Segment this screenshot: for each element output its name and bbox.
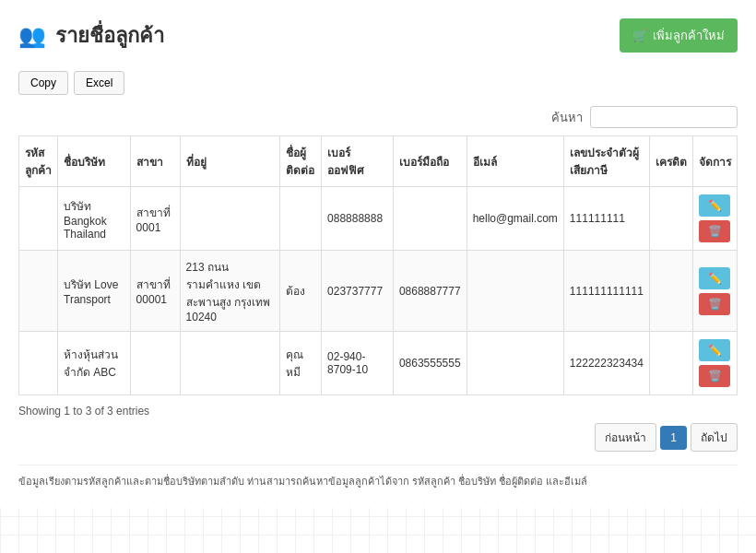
delete-button[interactable]: 🗑️ xyxy=(699,365,730,387)
col-mobile: เบอร์มือถือ xyxy=(393,136,467,187)
table-cell: บริษัท Bangkok Thailand xyxy=(58,187,131,251)
add-customer-button[interactable]: 🛒 เพิ่มลูกค้าใหม่ xyxy=(620,18,738,53)
excel-button[interactable]: Excel xyxy=(74,71,124,95)
table-cell: คุณหมี xyxy=(280,332,322,395)
table-cell: 213 ถนน รามคำแหง เขตสะพานสูง กรุงเทพ 102… xyxy=(180,251,280,332)
col-office-phone: เบอร์ออฟฟิศ xyxy=(322,136,394,187)
table-row: บริษัท Love Transportสาขาที่ 00001213 ถน… xyxy=(19,251,738,332)
table-cell: hello@gmail.com xyxy=(467,187,563,251)
table-cell: 023737777 xyxy=(322,251,394,332)
col-company: ชื่อบริษัท xyxy=(58,136,131,187)
table-cell xyxy=(180,187,280,251)
col-address: ที่อยู่ xyxy=(180,136,280,187)
action-cell: ✏️ 🗑️ xyxy=(692,187,737,251)
footer-note: ข้อมูลเรียงตามรหัสลูกค้าและตามชื่อบริษัท… xyxy=(18,465,738,489)
col-credit: เครดิต xyxy=(649,136,692,187)
table-cell: 0863555555 xyxy=(393,332,467,395)
table-cell xyxy=(19,251,58,332)
table-cell: 122222323434 xyxy=(563,332,649,395)
table-cell xyxy=(19,187,58,251)
table-cell xyxy=(649,187,692,251)
page-title-text: รายชื่อลูกค้า xyxy=(55,19,164,52)
table-cell: ต้อง xyxy=(280,251,322,332)
col-contact: ชื่อผู้ติดต่อ xyxy=(280,136,322,187)
table-cell: 111111111111 xyxy=(563,251,649,332)
table-cell xyxy=(467,332,563,395)
page-header: 👥 รายชื่อลูกค้า 🛒 เพิ่มลูกค้าใหม่ xyxy=(18,18,738,53)
table-cell xyxy=(180,332,280,395)
action-buttons: ✏️ 🗑️ xyxy=(699,339,731,387)
search-bar: ค้นหา xyxy=(18,106,738,128)
table-cell: สาขาที่ 00001 xyxy=(130,251,180,332)
table-cell: 111111111 xyxy=(563,187,649,251)
copy-button[interactable]: Copy xyxy=(18,71,68,95)
pagination: ก่อนหน้า 1 ถัดไป xyxy=(18,423,738,452)
action-cell: ✏️ 🗑️ xyxy=(692,332,737,395)
col-actions: จัดการ xyxy=(692,136,737,187)
table-header-row: รหัสลูกค้า ชื่อบริษัท สาขา ที่อยู่ ชื่อผ… xyxy=(19,136,738,187)
page-1-button[interactable]: 1 xyxy=(660,426,687,450)
table-cell: บริษัท Love Transport xyxy=(58,251,131,332)
edit-button[interactable]: ✏️ xyxy=(699,339,730,361)
table-cell xyxy=(649,332,692,395)
col-id: รหัสลูกค้า xyxy=(19,136,58,187)
customers-icon: 👥 xyxy=(18,23,46,49)
table-row: ห้างหุ้นส่วนจำกัด ABCคุณหมี02-940-8709-1… xyxy=(19,332,738,395)
table-cell xyxy=(467,251,563,332)
table-cell: 0868887777 xyxy=(393,251,467,332)
edit-button[interactable]: ✏️ xyxy=(699,267,730,289)
prev-page-button[interactable]: ก่อนหน้า xyxy=(595,423,656,452)
col-email: อีเมล์ xyxy=(467,136,563,187)
add-button-label: เพิ่มลูกค้าใหม่ xyxy=(653,26,725,45)
next-page-button[interactable]: ถัดไป xyxy=(691,423,738,452)
delete-button[interactable]: 🗑️ xyxy=(699,293,730,315)
showing-text: Showing 1 to 3 of 3 entries xyxy=(18,405,738,418)
table-cell: สาขาที่ 0001 xyxy=(130,187,180,251)
action-buttons: ✏️ 🗑️ xyxy=(699,194,731,242)
table-cell xyxy=(19,332,58,395)
table-cell: 088888888 xyxy=(322,187,394,251)
toolbar: Copy Excel xyxy=(18,71,738,95)
add-icon: 🛒 xyxy=(632,29,647,42)
table-cell xyxy=(280,187,322,251)
customers-table: รหัสลูกค้า ชื่อบริษัท สาขา ที่อยู่ ชื่อผ… xyxy=(18,135,738,395)
action-buttons: ✏️ 🗑️ xyxy=(699,267,731,315)
table-cell: ห้างหุ้นส่วนจำกัด ABC xyxy=(58,332,131,395)
table-cell: 02-940-8709-10 xyxy=(322,332,394,395)
col-tax-id: เลขประจำตัวผู้เสียภาษี xyxy=(563,136,649,187)
table-cell xyxy=(393,187,467,251)
col-branch: สาขา xyxy=(130,136,180,187)
page-title: 👥 รายชื่อลูกค้า xyxy=(18,19,164,52)
search-label: ค้นหา xyxy=(551,108,583,127)
edit-button[interactable]: ✏️ xyxy=(699,194,730,217)
search-input[interactable] xyxy=(590,106,738,128)
table-row: บริษัท Bangkok Thailandสาขาที่ 000108888… xyxy=(19,187,738,251)
delete-button[interactable]: 🗑️ xyxy=(699,220,730,242)
table-cell xyxy=(649,251,692,332)
action-cell: ✏️ 🗑️ xyxy=(692,251,737,332)
table-cell xyxy=(130,332,180,395)
